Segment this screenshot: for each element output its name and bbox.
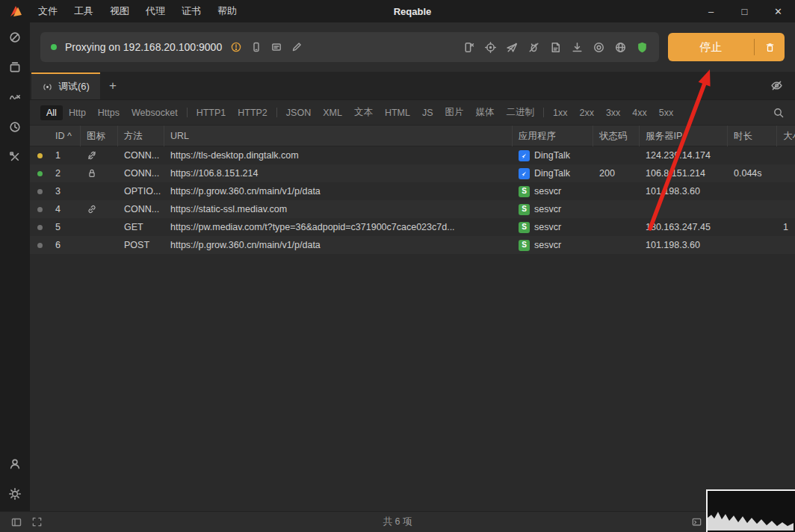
column-header-7[interactable]: 时长 (728, 126, 777, 146)
message-icon[interactable] (270, 41, 282, 53)
table-row[interactable]: 3 OPTIO... https://p.grow.360.cn/main/v1… (30, 182, 795, 200)
minimize-button[interactable]: – (694, 0, 728, 22)
column-header-2[interactable]: 方法 (118, 126, 164, 146)
app-name: sesvcr (534, 204, 561, 214)
airplane-off-icon[interactable] (506, 41, 519, 54)
menu-item-2[interactable]: 视图 (102, 0, 137, 22)
proxy-online-dot (51, 44, 57, 50)
settings-icon[interactable] (6, 485, 24, 503)
column-header-8[interactable]: 大小 (777, 126, 795, 146)
filter-xml[interactable]: XML (317, 105, 348, 120)
device-disconnect-icon[interactable] (463, 41, 475, 54)
new-tab-button[interactable]: + (100, 78, 126, 93)
menu-item-0[interactable]: 文件 (30, 0, 66, 22)
column-header-4[interactable]: 应用程序 (513, 126, 593, 146)
trash-icon[interactable] (755, 42, 785, 53)
column-header-1[interactable]: 图标 (81, 126, 118, 146)
app-icon-letter: S (522, 223, 527, 231)
download-icon[interactable] (571, 41, 584, 54)
toolbox-icon[interactable] (6, 148, 24, 166)
api-debug-icon[interactable] (6, 28, 24, 46)
panel-icon[interactable] (10, 516, 22, 528)
menu-item-1[interactable]: 工具 (66, 0, 102, 22)
column-header-6[interactable]: 服务器IP (640, 126, 728, 146)
tab-debug[interactable]: 调试(6) (31, 72, 100, 99)
status-dot (37, 189, 43, 194)
menu-item-5[interactable]: 帮助 (209, 0, 245, 22)
table-row[interactable]: 5 GET https://pw.mediav.com/t?type=36&ad… (30, 218, 795, 236)
cell-id: 2 (49, 168, 81, 179)
eye-off-icon[interactable] (770, 79, 783, 92)
filter-js[interactable]: JS (416, 105, 439, 120)
app-name: DingTalk (534, 168, 570, 179)
edit-icon[interactable] (291, 41, 303, 53)
close-button[interactable]: ✕ (761, 0, 795, 22)
status-dot (37, 243, 43, 248)
app-icon: S (519, 204, 530, 215)
table-row[interactable]: 2 CONN... https://106.8.151.214 DingTalk… (30, 164, 795, 182)
item-count: 共 6 项 (0, 516, 795, 528)
table-row[interactable]: 4 CONN... https://static-ssl.mediav.com … (30, 200, 795, 218)
filter-http[interactable]: Http (63, 105, 92, 120)
record-icon[interactable] (593, 41, 605, 54)
script-icon[interactable] (549, 41, 562, 54)
filter-item-12[interactable]: 媒体 (470, 104, 501, 121)
column-header-5[interactable]: 状态码 (593, 126, 640, 146)
menu-item-4[interactable]: 证书 (173, 0, 209, 22)
cell-method: CONN... (118, 168, 164, 179)
search-icon[interactable] (773, 107, 785, 119)
cell-url: https://pw.mediav.com/t?type=36&adpopid=… (164, 222, 513, 232)
stop-button[interactable]: 停止 (668, 33, 785, 61)
globe-icon[interactable] (614, 41, 627, 54)
cell-app: DingTalk (513, 168, 593, 179)
broadcast-icon (42, 81, 53, 93)
filter-bar: AllHttpHttpsWebsocketHTTP1HTTP2JSONXML文本… (30, 100, 795, 126)
table-row[interactable]: 1 CONN... https://tls-desktop.dingtalk.c… (30, 146, 795, 164)
history-icon[interactable] (6, 118, 24, 136)
filter-http1[interactable]: HTTP1 (191, 105, 232, 120)
cell-id: 5 (49, 222, 81, 232)
phone-icon[interactable] (250, 41, 262, 53)
filter-websocket[interactable]: Websocket (126, 105, 184, 120)
filter-5xx[interactable]: 5xx (653, 105, 679, 120)
column-header-3[interactable]: URL (164, 126, 513, 146)
tab-bar: 调试(6) + (30, 72, 795, 100)
cell-id: 4 (49, 204, 81, 214)
shield-icon[interactable] (636, 41, 649, 54)
cell-icon (81, 168, 118, 179)
table-row[interactable]: 6 POST https://p.grow.360.cn/main/v1/p/d… (30, 236, 795, 254)
filter-1xx[interactable]: 1xx (547, 105, 573, 120)
cell-app: S sesvcr (513, 240, 593, 251)
filter-https[interactable]: Https (92, 105, 126, 120)
status-dot (37, 225, 43, 230)
bug-off-icon[interactable] (528, 41, 540, 54)
filter-2xx[interactable]: 2xx (573, 105, 599, 120)
cell-url: https://static-ssl.mediav.com (164, 204, 513, 214)
scope-icon[interactable] (484, 41, 497, 54)
filter-item-11[interactable]: 图片 (439, 104, 470, 121)
table-empty-area[interactable] (30, 254, 795, 511)
warning-icon[interactable] (230, 41, 242, 53)
console-icon[interactable] (691, 516, 702, 528)
filter-item-13[interactable]: 二进制 (501, 104, 541, 121)
filter-4xx[interactable]: 4xx (626, 105, 652, 120)
filter-item-8[interactable]: 文本 (348, 104, 379, 121)
filter-http2[interactable]: HTTP2 (232, 105, 273, 120)
filter-all[interactable]: All (40, 105, 63, 120)
lock-icon (87, 168, 97, 179)
column-header-0[interactable]: ID ^ (49, 126, 81, 146)
fullscreen-icon[interactable] (31, 516, 43, 528)
tab-debug-label: 调试(6) (58, 80, 90, 93)
status-bar: 共 6 项 (0, 511, 795, 532)
cell-status-dot (30, 207, 49, 212)
filter-3xx[interactable]: 3xx (600, 105, 626, 120)
proxy-status-pill[interactable]: Proxying on 192.168.20.100:9000 (40, 32, 659, 62)
composer-icon[interactable] (6, 88, 24, 106)
account-icon[interactable] (6, 455, 24, 473)
waveform-graphic (708, 491, 794, 531)
maximize-button[interactable]: □ (728, 0, 761, 22)
filter-json[interactable]: JSON (280, 105, 317, 120)
filter-html[interactable]: HTML (379, 105, 416, 120)
menu-item-3[interactable]: 代理 (137, 0, 173, 22)
collection-icon[interactable] (6, 58, 24, 76)
